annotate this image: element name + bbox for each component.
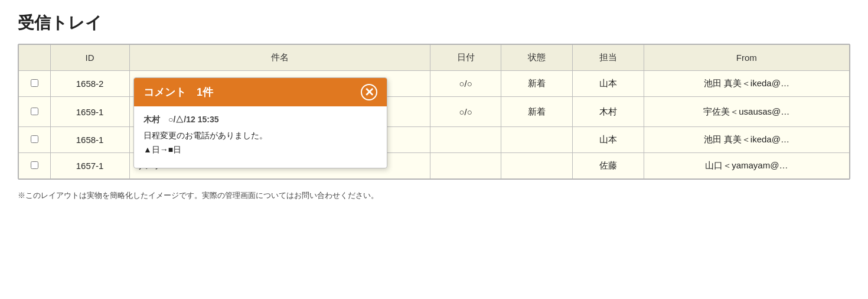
row-status xyxy=(501,127,573,153)
inbox-table-wrapper: ID 件名 日付 状態 担当 From 1658-2Re:サイズ交換依頼○/○新… xyxy=(18,44,850,180)
page-title: 受信トレイ xyxy=(18,12,850,34)
row-date xyxy=(430,127,501,153)
row-checkbox-cell xyxy=(19,127,51,153)
row-checkbox[interactable] xyxy=(31,135,38,143)
row-checkbox[interactable] xyxy=(31,161,38,169)
row-id: 1658-1 xyxy=(50,127,129,153)
th-status: 状態 xyxy=(501,45,573,71)
th-checkbox xyxy=(19,45,51,71)
row-person: 山本 xyxy=(572,127,644,153)
footer-note: ※このレイアウトは実物を簡略化したイメージです。実際の管理画面についてはお問い合… xyxy=(18,190,850,201)
th-from: From xyxy=(644,45,849,71)
row-id: 1657-1 xyxy=(50,153,129,179)
row-person: 木村 xyxy=(572,97,644,127)
popup-text-line1: 日程変更のお電話がありました。 xyxy=(143,129,377,143)
row-from: 山口＜yamayam@… xyxy=(644,153,849,179)
row-checkbox-cell xyxy=(19,71,51,97)
row-checkbox-cell xyxy=(19,153,51,179)
th-subject: 件名 xyxy=(129,45,430,71)
popup-title: コメント 1件 xyxy=(143,85,213,99)
row-status xyxy=(501,153,573,179)
row-from: 池田 真美＜ikeda@… xyxy=(644,127,849,153)
th-id: ID xyxy=(50,45,129,71)
row-date xyxy=(430,153,501,179)
row-id: 1658-2 xyxy=(50,71,129,97)
popup-body: 木村 ○/△/12 15:35 日程変更のお電話がありました。 ▲日→■日 xyxy=(134,106,387,168)
comment-popup: コメント 1件 ✕ 木村 ○/△/12 15:35 日程変更のお電話がありました… xyxy=(133,77,387,168)
table-header-row: ID 件名 日付 状態 担当 From xyxy=(19,45,850,71)
row-checkbox[interactable] xyxy=(31,108,38,115)
popup-meta: 木村 ○/△/12 15:35 xyxy=(143,115,377,125)
row-from: 池田 真美＜ikeda@… xyxy=(644,71,849,97)
row-status: 新着 xyxy=(501,97,573,127)
popup-close-button[interactable]: ✕ xyxy=(361,84,377,100)
comment-popup-overlay: コメント 1件 ✕ 木村 ○/△/12 15:35 日程変更のお電話がありました… xyxy=(133,77,387,168)
row-status: 新着 xyxy=(501,71,573,97)
row-person: 佐藤 xyxy=(572,153,644,179)
row-id: 1659-1 xyxy=(50,97,129,127)
row-date: ○/○ xyxy=(430,97,501,127)
row-checkbox[interactable] xyxy=(31,79,38,87)
row-person: 山本 xyxy=(572,71,644,97)
popup-header: コメント 1件 ✕ xyxy=(134,78,387,106)
row-date: ○/○ xyxy=(430,71,501,97)
row-checkbox-cell xyxy=(19,97,51,127)
th-date: 日付 xyxy=(430,45,501,71)
th-person: 担当 xyxy=(572,45,644,71)
popup-text-line2: ▲日→■日 xyxy=(143,143,377,157)
row-from: 宇佐美＜usausas@… xyxy=(644,97,849,127)
popup-text: 日程変更のお電話がありました。 ▲日→■日 xyxy=(143,129,377,157)
